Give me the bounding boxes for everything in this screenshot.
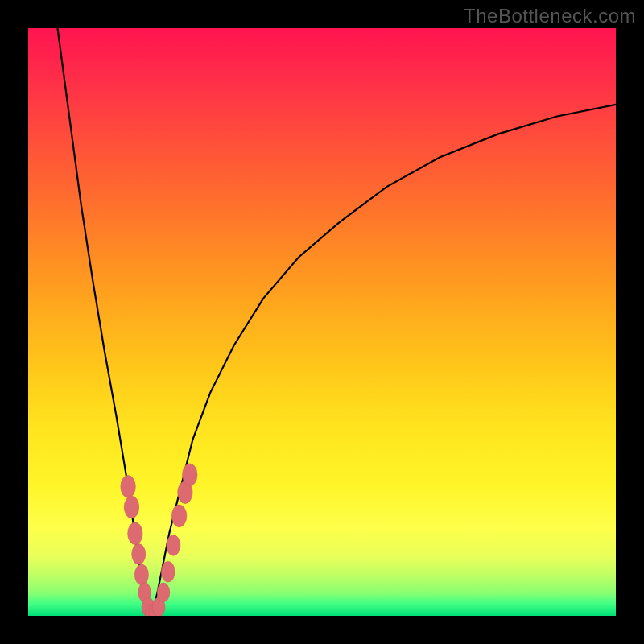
data-marker <box>134 564 148 585</box>
data-marker <box>132 544 146 565</box>
data-marker <box>167 535 180 556</box>
chart-frame: TheBottleneck.com <box>0 0 644 644</box>
curve-right-branch <box>151 105 616 616</box>
data-marker <box>124 496 138 518</box>
chart-svg <box>28 28 616 616</box>
data-marker <box>157 583 170 602</box>
plot-area <box>28 28 616 616</box>
data-marker <box>121 476 135 498</box>
watermark-text: TheBottleneck.com <box>464 5 636 27</box>
data-marker <box>128 522 142 545</box>
data-markers <box>121 464 197 616</box>
data-marker <box>171 505 186 527</box>
data-marker <box>183 464 197 486</box>
data-marker <box>161 561 175 582</box>
